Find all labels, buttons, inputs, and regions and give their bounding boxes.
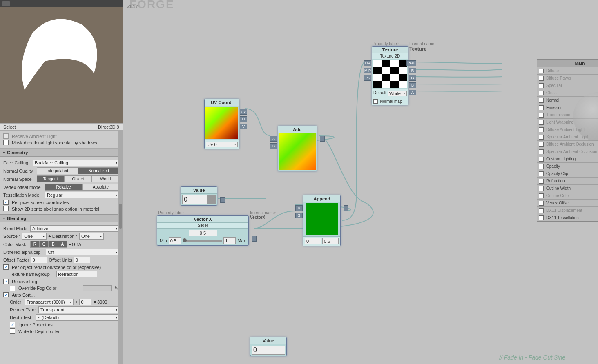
- world-toggle[interactable]: World: [92, 175, 119, 182]
- output-row-opacity-clip[interactable]: Opacity Clip: [537, 170, 598, 177]
- append-port-g[interactable]: G: [295, 213, 303, 218]
- depth-test-dropdown[interactable]: ≤ (Default): [36, 314, 119, 321]
- mask-r[interactable]: R: [30, 241, 40, 248]
- output-checkbox[interactable]: [539, 186, 544, 191]
- output-checkbox[interactable]: [539, 76, 544, 81]
- select-label[interactable]: Select: [3, 124, 16, 129]
- preview-camera-icon[interactable]: [2, 1, 10, 6]
- value1-slider-icon[interactable]: [208, 195, 216, 204]
- order-dropdown[interactable]: Transparent (3000): [25, 299, 74, 305]
- uv-port-uv[interactable]: UV: [240, 109, 247, 115]
- append-val2[interactable]: [322, 238, 339, 244]
- tex-port-mip[interactable]: MIP: [364, 68, 371, 73]
- vectorx-node[interactable]: Vector X Slider Min Max: [157, 215, 249, 246]
- vectorx-slider[interactable]: [183, 240, 222, 242]
- tex-normal-checkbox[interactable]: [373, 99, 378, 104]
- ignore-proj-checkbox[interactable]: [10, 322, 15, 327]
- vectorx-value-input[interactable]: [189, 230, 217, 236]
- uv-channel-dropdown[interactable]: Uv 0: [206, 142, 238, 147]
- vectorx-max-input[interactable]: [223, 237, 236, 244]
- output-checkbox[interactable]: [539, 98, 544, 103]
- output-row-outline-color[interactable]: Outline Color: [537, 192, 598, 199]
- per-pixel-checkbox[interactable]: [3, 200, 9, 205]
- override-fog-checkbox[interactable]: [10, 286, 15, 291]
- source-dropdown[interactable]: One: [22, 233, 47, 240]
- face-culling-dropdown[interactable]: Backface Culling: [33, 160, 119, 166]
- output-checkbox[interactable]: [539, 69, 544, 73]
- geometry-header[interactable]: Geometry: [0, 149, 123, 157]
- output-checkbox[interactable]: [539, 193, 544, 198]
- offset-units-input[interactable]: [74, 257, 90, 263]
- mask-b[interactable]: B: [49, 241, 58, 248]
- output-row-gloss[interactable]: Gloss: [537, 89, 598, 96]
- inspector-scrollbar[interactable]: [118, 131, 123, 364]
- output-checkbox[interactable]: [539, 142, 544, 147]
- relative-toggle[interactable]: Relative: [45, 184, 82, 191]
- output-row-opacity[interactable]: Opacity: [537, 162, 598, 170]
- fog-checkbox[interactable]: [3, 279, 9, 284]
- value-node-1[interactable]: Value: [181, 186, 217, 206]
- output-row-dx11-tessellation[interactable]: DX11 Tessellation: [537, 214, 598, 221]
- value1-input[interactable]: [182, 195, 208, 204]
- output-row-normal[interactable]: Normal: [537, 96, 598, 104]
- output-checkbox[interactable]: [539, 179, 544, 184]
- output-row-diffuse-power[interactable]: Diffuse Power: [537, 74, 598, 82]
- output-row-refraction[interactable]: Refraction: [537, 177, 598, 184]
- output-checkbox[interactable]: [539, 171, 544, 176]
- tex-port-uv[interactable]: UV: [364, 60, 371, 66]
- output-checkbox[interactable]: [539, 120, 544, 125]
- output-checkbox[interactable]: [539, 113, 544, 118]
- dest-dropdown[interactable]: One: [79, 233, 104, 240]
- output-checkbox[interactable]: [539, 157, 544, 162]
- mask-a[interactable]: A: [58, 241, 67, 248]
- add-node[interactable]: Add A B: [278, 126, 317, 171]
- tex-default-dropdown[interactable]: White: [388, 91, 407, 96]
- offset-factor-input[interactable]: [31, 257, 47, 263]
- add-port-a[interactable]: A: [270, 136, 277, 142]
- add-port-b[interactable]: B: [270, 143, 277, 149]
- mask-g[interactable]: G: [40, 241, 49, 248]
- append-node[interactable]: Append R G: [303, 195, 341, 246]
- interpolated-toggle[interactable]: Interpolated: [37, 167, 78, 174]
- output-row-custom-lighting[interactable]: Custom Lighting: [537, 155, 598, 162]
- output-row-dx11-displacement[interactable]: DX11 Displacement: [537, 206, 598, 214]
- append-val1[interactable]: [305, 238, 321, 244]
- uv-port-v[interactable]: V: [240, 124, 247, 129]
- output-row-diffuse[interactable]: Diffuse: [537, 67, 598, 74]
- output-checkbox[interactable]: [539, 91, 544, 95]
- output-checkbox[interactable]: [539, 149, 544, 154]
- output-checkbox[interactable]: [539, 215, 544, 220]
- output-row-emission[interactable]: Emission: [537, 104, 598, 111]
- add-port-out[interactable]: [320, 136, 325, 142]
- tangent-toggle[interactable]: Tangent: [37, 175, 64, 182]
- write-depth-checkbox[interactable]: [10, 328, 15, 334]
- uv-port-u[interactable]: U: [240, 116, 247, 122]
- append-port-r[interactable]: R: [295, 205, 303, 211]
- mask-checkbox[interactable]: [3, 140, 9, 145]
- output-row-diffuse-ambient-occlusion[interactable]: Diffuse Ambient Occlusion: [537, 140, 598, 148]
- show-2d-checkbox[interactable]: [3, 206, 9, 211]
- dithered-dropdown[interactable]: Off: [46, 249, 119, 255]
- texture-node[interactable]: Texture Texture 2D UV MIP Tex RGB R G B …: [372, 46, 408, 105]
- output-checkbox[interactable]: [539, 201, 544, 206]
- output-row-specular-ambient-light[interactable]: Specular Ambient Light: [537, 133, 598, 140]
- output-row-outline-width[interactable]: Outline Width: [537, 184, 598, 192]
- output-row-specular[interactable]: Specular: [537, 82, 598, 89]
- uv-coord-node[interactable]: UV Coord. UV U V Uv 0: [204, 99, 239, 149]
- normalized-toggle[interactable]: Normalized: [78, 167, 119, 174]
- append-port-out[interactable]: [344, 205, 348, 211]
- value2-input[interactable]: [252, 346, 285, 355]
- tex-name-input[interactable]: [56, 271, 97, 277]
- output-checkbox[interactable]: [539, 135, 544, 140]
- fog-color-swatch[interactable]: [83, 285, 112, 291]
- tex-port-b[interactable]: B: [409, 82, 416, 88]
- refraction-checkbox[interactable]: [3, 264, 9, 270]
- absolute-toggle[interactable]: Absolute: [82, 184, 119, 191]
- tex-port-g[interactable]: G: [409, 75, 416, 81]
- output-checkbox[interactable]: [539, 208, 544, 213]
- vectorx-port-out[interactable]: [252, 236, 257, 242]
- blending-header[interactable]: Blending: [0, 214, 123, 222]
- output-row-vertex-offset[interactable]: Vertex Offset: [537, 199, 598, 206]
- tex-port-r[interactable]: R: [409, 68, 416, 73]
- tex-port-a[interactable]: A: [409, 90, 416, 95]
